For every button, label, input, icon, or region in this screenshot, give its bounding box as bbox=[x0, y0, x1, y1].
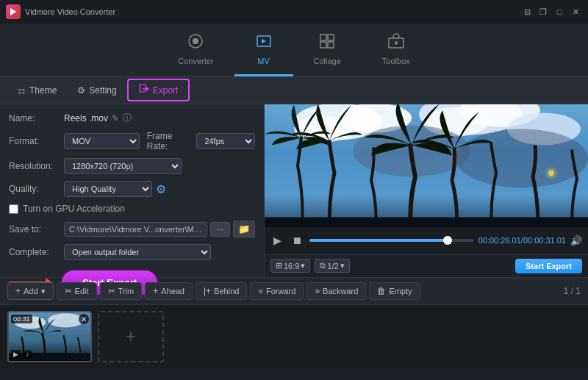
nav-toolbox[interactable]: Toolbox bbox=[362, 24, 431, 76]
aspect-ratio-button[interactable]: ⊞ 16:9 ▾ bbox=[270, 259, 310, 273]
edit-icon[interactable]: ✎ bbox=[112, 113, 119, 123]
clips-ratio-button[interactable]: ⧉ 1/2 ▾ bbox=[315, 259, 349, 273]
trim-button[interactable]: ✂ Trim bbox=[100, 282, 143, 300]
edit-icon: ✂ bbox=[65, 286, 72, 296]
svg-point-2 bbox=[193, 38, 198, 44]
clip-overlay: 00:31 ✕ ▶ ♪ bbox=[9, 312, 90, 361]
edit-button[interactable]: ✂ Edit bbox=[57, 282, 97, 300]
add-clip-button[interactable]: + bbox=[98, 311, 164, 362]
gpu-row: Turn on GPU Acceleration bbox=[9, 204, 255, 214]
volume-button[interactable]: 🔊 bbox=[570, 235, 582, 246]
quality-settings-button[interactable]: ⚙ bbox=[156, 182, 166, 196]
nav-mv-label: MV bbox=[257, 57, 270, 65]
save-to-row: Save to: C:\Vidmore\Vidmore V...onverter… bbox=[9, 221, 255, 237]
quality-label: Quality: bbox=[9, 184, 64, 194]
app-icon bbox=[6, 4, 21, 19]
svg-rect-7 bbox=[328, 42, 334, 48]
nav-collage-label: Collage bbox=[314, 57, 341, 65]
progress-bar[interactable] bbox=[309, 239, 474, 242]
clip-duration: 00:31 bbox=[11, 315, 32, 323]
start-export-small-button[interactable]: Start Export bbox=[515, 259, 582, 273]
clips-chevron: ▾ bbox=[340, 261, 345, 270]
progress-fill bbox=[309, 239, 448, 242]
nav-mv[interactable]: MV bbox=[234, 24, 293, 76]
video-controls2: ⊞ 16:9 ▾ ⧉ 1/2 ▾ Start Export bbox=[265, 254, 588, 277]
video-background bbox=[265, 104, 588, 227]
stop-button[interactable]: ⏹ bbox=[289, 233, 305, 248]
aspect-ratio-value: 16:9 bbox=[284, 262, 299, 270]
gpu-label: Turn on GPU Acceleration bbox=[23, 204, 125, 214]
setting-button[interactable]: ⚙ Setting bbox=[67, 82, 126, 99]
app-title: Vidmore Video Converter bbox=[25, 7, 115, 16]
add-icon: + bbox=[15, 286, 21, 296]
time-current: 00:00:26.01 bbox=[478, 236, 521, 245]
ahead-button[interactable]: + Ahead bbox=[145, 282, 193, 300]
play-button[interactable]: ▶ bbox=[270, 233, 284, 248]
setting-icon: ⚙ bbox=[77, 85, 85, 96]
browse-dots-button[interactable]: ··· bbox=[210, 222, 230, 237]
empty-label: Empty bbox=[389, 287, 412, 295]
mv-icon bbox=[255, 32, 273, 54]
behind-button[interactable]: |+ Behind bbox=[196, 282, 247, 300]
name-value: Reels .mov bbox=[64, 113, 108, 123]
resolution-row: Resolution: 1280x720 (720p) 1920x1080 (1… bbox=[9, 158, 255, 174]
clips-ratio-value: 1/2 bbox=[327, 262, 338, 270]
save-to-label: Save to: bbox=[9, 224, 64, 234]
export-button[interactable]: Export bbox=[127, 79, 190, 101]
left-panel: Name: Reels .mov ✎ ⓘ Format: MOV MP4 AVI… bbox=[0, 104, 265, 277]
toolbar: ⚏ Theme ⚙ Setting Export bbox=[0, 76, 588, 104]
svg-point-22 bbox=[456, 129, 588, 188]
info-icon[interactable]: ⓘ bbox=[123, 112, 132, 124]
collage-icon bbox=[318, 32, 336, 54]
forward-label: Forward bbox=[266, 287, 295, 295]
close-button[interactable]: ✕ bbox=[569, 5, 582, 18]
gpu-checkbox[interactable] bbox=[9, 204, 18, 214]
title-bar: Vidmore Video Converter ⊟ ❐ □ ✕ bbox=[0, 0, 588, 24]
theme-button[interactable]: ⚏ Theme bbox=[7, 82, 67, 99]
format-select[interactable]: MOV MP4 AVI MKV bbox=[64, 133, 140, 149]
backward-label: Backward bbox=[323, 287, 358, 295]
empty-button[interactable]: 🗑 Empty bbox=[369, 282, 420, 300]
behind-label: Behind bbox=[214, 287, 239, 295]
top-nav: Converter MV Collage bbox=[0, 24, 588, 76]
svg-rect-23 bbox=[265, 218, 588, 228]
svg-rect-6 bbox=[320, 42, 326, 48]
title-bar-left: Vidmore Video Converter bbox=[6, 4, 115, 19]
main-area: Name: Reels .mov ✎ ⓘ Format: MOV MP4 AVI… bbox=[0, 104, 588, 277]
svg-rect-11 bbox=[140, 85, 146, 92]
time-display: 00:00:26.01/00:00:31.01 bbox=[478, 236, 566, 245]
name-row: Name: Reels .mov ✎ ⓘ bbox=[9, 112, 255, 124]
add-chevron: ▾ bbox=[41, 287, 46, 296]
timeline-clip[interactable]: 00:31 ✕ ▶ ♪ bbox=[7, 311, 92, 362]
nav-converter-label: Converter bbox=[178, 57, 213, 65]
progress-thumb bbox=[443, 236, 452, 245]
minimize-button[interactable]: ⊟ bbox=[520, 5, 534, 18]
theme-icon: ⚏ bbox=[18, 85, 26, 96]
remove-clip-button[interactable]: ✕ bbox=[79, 314, 89, 324]
quality-row: Quality: High Quality Medium Quality Low… bbox=[9, 181, 255, 197]
format-row: Format: MOV MP4 AVI MKV Frame Rate: 24fp… bbox=[9, 131, 255, 151]
video-preview bbox=[265, 104, 588, 227]
nav-converter[interactable]: Converter bbox=[157, 24, 234, 76]
add-button[interactable]: + Add ▾ bbox=[7, 282, 54, 300]
timeline: 00:31 ✕ ▶ ♪ + bbox=[0, 305, 588, 368]
page-indicator: 1 / 1 bbox=[564, 286, 581, 296]
ahead-label: Ahead bbox=[161, 287, 184, 295]
complete-select[interactable]: Open output folder Do nothing Shut down bbox=[64, 244, 211, 260]
backward-icon: » bbox=[315, 286, 320, 296]
aspect-ratio-icon: ⊞ bbox=[276, 261, 282, 270]
behind-icon: |+ bbox=[204, 286, 211, 296]
maximize-button[interactable]: □ bbox=[553, 5, 566, 18]
quality-select[interactable]: High Quality Medium Quality Low Quality bbox=[64, 181, 152, 197]
svg-point-25 bbox=[545, 168, 557, 179]
backward-button[interactable]: » Backward bbox=[306, 282, 366, 300]
nav-collage[interactable]: Collage bbox=[293, 24, 362, 76]
complete-label: Complete: bbox=[9, 247, 64, 257]
restore-button[interactable]: ❐ bbox=[537, 5, 550, 18]
open-folder-button[interactable]: 📁 bbox=[233, 221, 255, 237]
framerate-select[interactable]: 24fps 30fps 60fps bbox=[196, 133, 255, 149]
right-panel: ▶ ⏹ 00:00:26.01/00:00:31.01 🔊 ⊞ 16:9 ▾ ⧉… bbox=[265, 104, 588, 277]
clip-audio-icon: ♪ bbox=[24, 350, 32, 359]
resolution-select[interactable]: 1280x720 (720p) 1920x1080 (1080p) 3840x2… bbox=[64, 158, 182, 174]
forward-button[interactable]: « Forward bbox=[250, 282, 304, 300]
